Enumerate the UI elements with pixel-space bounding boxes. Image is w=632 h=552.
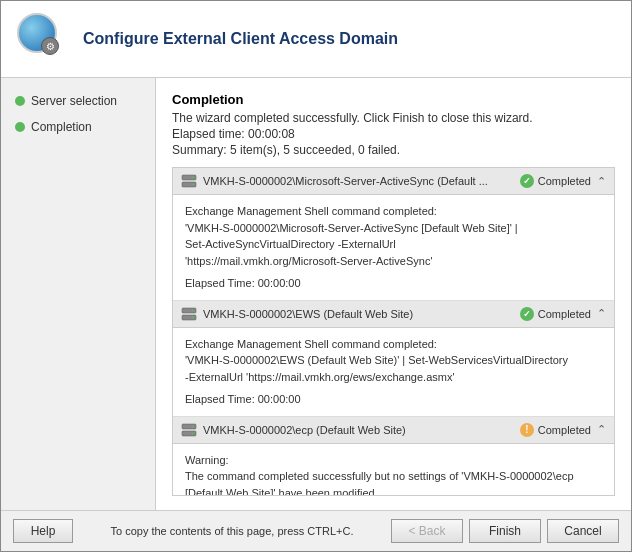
result-body-ecp-warning: Warning: — [185, 452, 602, 469]
result-header-right-ecp: ! Completed ⌃ — [520, 423, 606, 437]
result-body-ecp-line-3: [Default Web Site]' have been modified. — [185, 485, 602, 497]
expand-btn-activesync[interactable]: ⌃ — [597, 175, 606, 188]
results-container[interactable]: VMKH-S-0000002\Microsoft-Server-ActiveSy… — [172, 167, 615, 496]
result-header-ews: VMKH-S-0000002\EWS (Default Web Site) ✓ … — [173, 301, 614, 328]
result-item-activesync: VMKH-S-0000002\Microsoft-Server-ActiveSy… — [173, 168, 614, 301]
sidebar-item-completion[interactable]: Completion — [9, 116, 147, 138]
result-name-ecp: VMKH-S-0000002\ecp (Default Web Site) — [203, 424, 406, 436]
server-icon-ews — [181, 306, 197, 322]
svg-point-2 — [192, 177, 194, 179]
result-elapsed-ews: Elapsed Time: 00:00:00 — [185, 391, 602, 408]
result-header-left-activesync: VMKH-S-0000002\Microsoft-Server-ActiveSy… — [181, 173, 488, 189]
status-label-ecp: Completed — [538, 424, 591, 436]
result-header-right-activesync: ✓ Completed ⌃ — [520, 174, 606, 188]
summary-label: Summary: 5 item(s), 5 succeeded, 0 faile… — [172, 143, 615, 157]
gear-overlay: ⚙ — [41, 37, 59, 55]
status-label-activesync: Completed — [538, 175, 591, 187]
result-header-left-ews: VMKH-S-0000002\EWS (Default Web Site) — [181, 306, 413, 322]
result-body-line-4: 'https://mail.vmkh.org/Microsoft-Server-… — [185, 253, 602, 270]
result-elapsed-activesync: Elapsed Time: 00:00:00 — [185, 275, 602, 292]
server-icon-activesync — [181, 173, 197, 189]
result-header-left-ecp: VMKH-S-0000002\ecp (Default Web Site) — [181, 422, 406, 438]
result-body-line-3: Set-ActiveSyncVirtualDirectory -External… — [185, 236, 602, 253]
result-body-activesync: Exchange Management Shell command comple… — [173, 195, 614, 300]
svg-point-3 — [192, 184, 194, 186]
sidebar-item-server-selection[interactable]: Server selection — [9, 90, 147, 112]
svg-point-10 — [192, 425, 194, 427]
checkmark-ews: ✓ — [523, 309, 531, 319]
footer-hint: To copy the contents of this page, press… — [73, 525, 391, 537]
result-header-activesync: VMKH-S-0000002\Microsoft-Server-ActiveSy… — [173, 168, 614, 195]
globe-icon: ⚙ — [17, 13, 57, 53]
svg-point-7 — [192, 316, 194, 318]
completion-status-dot — [15, 122, 25, 132]
completion-description: The wizard completed successfully. Click… — [172, 111, 615, 125]
expand-btn-ecp[interactable]: ⌃ — [597, 423, 606, 436]
svg-point-6 — [192, 309, 194, 311]
result-body-line-2: 'VMKH-S-0000002\Microsoft-Server-ActiveS… — [185, 220, 602, 237]
sidebar-item-label-completion: Completion — [31, 120, 92, 134]
dialog-content: Server selection Completion Completion T… — [1, 78, 631, 510]
elapsed-time-label: Elapsed time: 00:00:08 — [172, 127, 615, 141]
result-item-ecp: VMKH-S-0000002\ecp (Default Web Site) ! … — [173, 417, 614, 497]
main-panel: Completion The wizard completed successf… — [156, 78, 631, 510]
sidebar: Server selection Completion — [1, 78, 156, 510]
dialog-title: Configure External Client Access Domain — [83, 30, 398, 48]
server-selection-status-dot — [15, 96, 25, 106]
result-body-ews-line-3: -ExternalUrl 'https://mail.vmkh.org/ews/… — [185, 369, 602, 386]
checkmark-activesync: ✓ — [523, 176, 531, 186]
result-body-ews: Exchange Management Shell command comple… — [173, 328, 614, 416]
finish-button[interactable]: Finish — [469, 519, 541, 543]
result-header-right-ews: ✓ Completed ⌃ — [520, 307, 606, 321]
result-body-ews-line-1: Exchange Management Shell command comple… — [185, 336, 602, 353]
footer-buttons: < Back Finish Cancel — [391, 519, 619, 543]
header-icon: ⚙ — [17, 13, 69, 65]
result-body-line-1: Exchange Management Shell command comple… — [185, 203, 602, 220]
dialog-footer: Help To copy the contents of this page, … — [1, 510, 631, 551]
result-body-ecp: Warning: The command completed successfu… — [173, 444, 614, 497]
dialog-header: ⚙ Configure External Client Access Domai… — [1, 1, 631, 78]
cancel-button[interactable]: Cancel — [547, 519, 619, 543]
back-button[interactable]: < Back — [391, 519, 463, 543]
exclaim-ecp: ! — [525, 424, 528, 435]
status-icon-activesync: ✓ — [520, 174, 534, 188]
result-name-ews: VMKH-S-0000002\EWS (Default Web Site) — [203, 308, 413, 320]
server-icon-ecp — [181, 422, 197, 438]
result-header-ecp: VMKH-S-0000002\ecp (Default Web Site) ! … — [173, 417, 614, 444]
status-label-ews: Completed — [538, 308, 591, 320]
completion-title: Completion — [172, 92, 615, 107]
result-name-activesync: VMKH-S-0000002\Microsoft-Server-ActiveSy… — [203, 175, 488, 187]
sidebar-item-label-server-selection: Server selection — [31, 94, 117, 108]
result-body-ews-line-2: 'VMKH-S-0000002\EWS (Default Web Site)' … — [185, 352, 602, 369]
dialog: ⚙ Configure External Client Access Domai… — [0, 0, 632, 552]
svg-point-11 — [192, 432, 194, 434]
result-body-ecp-line-2: The command completed successfully but n… — [185, 468, 602, 485]
status-icon-ews: ✓ — [520, 307, 534, 321]
status-icon-ecp: ! — [520, 423, 534, 437]
result-item-ews: VMKH-S-0000002\EWS (Default Web Site) ✓ … — [173, 301, 614, 417]
expand-btn-ews[interactable]: ⌃ — [597, 307, 606, 320]
help-button[interactable]: Help — [13, 519, 73, 543]
